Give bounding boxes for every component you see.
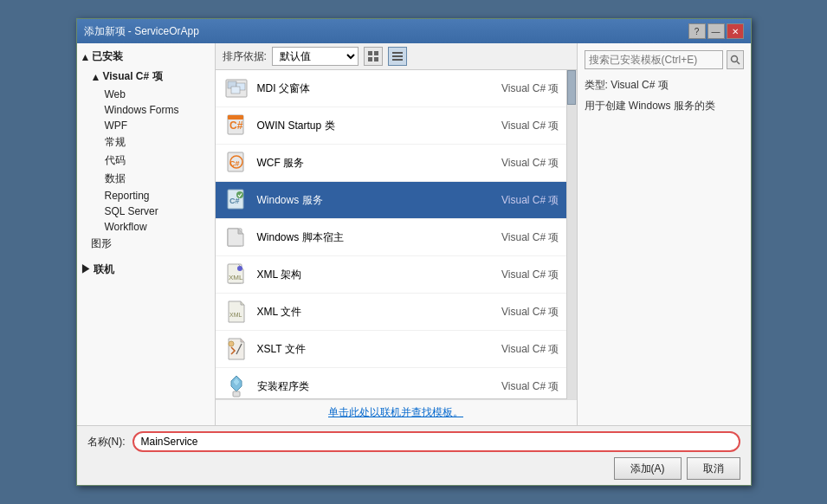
svg-rect-10 (231, 87, 240, 94)
visual-cpp-label: Visual C# 项 (102, 69, 162, 84)
item-icon (223, 223, 250, 251)
item-category: Visual C# 项 (473, 119, 559, 133)
svg-rect-26 (233, 391, 240, 397)
items-scrollbar[interactable] (566, 70, 577, 399)
svg-text:XML: XML (229, 274, 243, 281)
grid-icon (367, 50, 379, 62)
list-view-button[interactable] (388, 47, 407, 66)
items-scroll-container: MDI 父窗体 Visual C# 项 C# OWIN Startup (216, 70, 577, 399)
item-category: Visual C# 项 (473, 230, 559, 245)
lianhe-label: ▶ 联机 (81, 262, 114, 277)
list-item[interactable]: XML XML 架构 Visual C# 项 (216, 256, 566, 294)
xml-file-icon: XML (224, 300, 249, 324)
tree-item-changgui[interactable]: 常规 (77, 133, 215, 152)
item-category: Visual C# 项 (473, 342, 559, 357)
item-icon: C# (223, 186, 250, 214)
item-icon: XML (223, 261, 250, 288)
bottom-area: 名称(N): 添加(A) 取消 (77, 425, 751, 485)
installed-arrow: ▲ (81, 51, 91, 63)
svg-rect-2 (368, 57, 372, 61)
list-item[interactable]: Windows 脚本宿主 Visual C# 项 (216, 219, 566, 256)
tree-item-tutu[interactable]: 图形 (77, 235, 215, 253)
minimize-button[interactable]: — (707, 23, 725, 39)
list-item[interactable]: C# OWIN Startup 类 Visual C# 项 (216, 107, 566, 145)
toolbar: 排序依据: 默认值 名称 类型 (216, 43, 577, 70)
tree-item-web[interactable]: Web (77, 87, 215, 102)
search-button[interactable] (727, 50, 744, 69)
main-window: 添加新项 - ServiceOrApp ? — ✕ ▲ 已安装 ▲ Visual… (76, 18, 752, 486)
svg-text:C#: C# (229, 120, 243, 132)
tree-item-sql[interactable]: SQL Server (77, 204, 215, 219)
name-row: 名称(N): (87, 431, 740, 452)
svg-text:C#: C# (229, 159, 240, 168)
item-icon: XML (223, 298, 250, 326)
add-button[interactable]: 添加(A) (614, 457, 682, 480)
name-input[interactable] (132, 431, 740, 452)
svg-rect-6 (392, 59, 403, 61)
sort-label: 排序依据: (223, 49, 267, 64)
tree-item-windows-forms[interactable]: Windows Forms (77, 102, 215, 118)
item-icon (223, 335, 250, 363)
item-category: Visual C# 项 (473, 156, 559, 171)
item-category: Visual C# 项 (473, 193, 559, 208)
type-description: 用于创建 Windows 服务的类 (585, 98, 744, 113)
list-item[interactable]: 安装程序类 Visual C# 项 (216, 368, 566, 399)
search-input[interactable] (585, 50, 723, 69)
svg-rect-0 (368, 51, 372, 55)
window-title: 添加新项 - ServiceOrApp (84, 24, 199, 39)
item-name: Windows 服务 (257, 193, 466, 208)
help-button[interactable]: ? (688, 23, 706, 39)
svg-point-25 (229, 341, 234, 346)
list-icon (391, 50, 404, 62)
grid-view-button[interactable] (364, 47, 383, 66)
list-item[interactable]: XSLT 文件 Visual C# 项 (216, 331, 566, 368)
xslt-icon (224, 337, 249, 361)
search-row (585, 50, 744, 69)
sort-select[interactable]: 默认值 名称 类型 (272, 47, 359, 66)
mdi-icon (224, 76, 249, 100)
item-name: Windows 脚本宿主 (257, 230, 466, 245)
svg-rect-3 (374, 57, 378, 61)
svg-rect-1 (374, 51, 378, 55)
svg-line-35 (737, 61, 740, 64)
installer-icon (224, 374, 249, 398)
svg-point-19 (236, 191, 243, 198)
online-link[interactable]: 单击此处以联机并查找模板。 (328, 406, 463, 418)
item-name: XML 文件 (257, 305, 466, 320)
name-label: 名称(N): (87, 435, 126, 449)
tree-item-reporting[interactable]: Reporting (77, 188, 215, 204)
item-category: Visual C# 项 (473, 305, 559, 320)
item-icon (223, 74, 250, 102)
middle-panel: 排序依据: 默认值 名称 类型 (216, 43, 578, 425)
svg-rect-5 (392, 55, 403, 57)
window-controls: ? — ✕ (688, 23, 744, 39)
installed-section[interactable]: ▲ 已安装 (77, 47, 215, 67)
item-name: XSLT 文件 (257, 342, 466, 357)
item-icon (223, 372, 250, 399)
visual-cpp-section[interactable]: ▲ Visual C# 项 (77, 67, 215, 87)
visual-cpp-arrow: ▲ (91, 71, 101, 83)
close-button[interactable]: ✕ (727, 23, 744, 39)
lianhe-section[interactable]: ▶ 联机 (77, 260, 215, 280)
tree-item-code[interactable]: 代码 (77, 152, 215, 170)
tree-item-data[interactable]: 数据 (77, 170, 215, 188)
list-item[interactable]: MDI 父窗体 Visual C# 项 (216, 70, 566, 107)
item-category: Visual C# 项 (473, 81, 559, 96)
item-icon: C# (223, 112, 250, 139)
svg-point-23 (237, 266, 242, 271)
installed-label: 已安装 (92, 49, 123, 64)
content-area: ▲ 已安装 ▲ Visual C# 项 Web Windows Forms WP… (77, 43, 751, 425)
script-host-icon (224, 225, 249, 249)
tree-item-wpf[interactable]: WPF (77, 118, 215, 133)
item-name: XML 架构 (257, 268, 466, 282)
type-label: 类型: Visual C# 项 (585, 78, 744, 93)
right-panel: 类型: Visual C# 项 用于创建 Windows 服务的类 (578, 43, 751, 425)
list-item[interactable]: C# Windows 服务 Visual C# 项 (216, 182, 566, 219)
list-item[interactable]: C# WCF 服务 Visual C# 项 (216, 145, 566, 182)
svg-text:C#: C# (229, 197, 240, 205)
tree-item-workflow[interactable]: Workflow (77, 219, 215, 235)
item-name: OWIN Startup 类 (257, 119, 466, 133)
windows-service-icon: C# (224, 188, 249, 212)
list-item[interactable]: XML XML 文件 Visual C# 项 (216, 294, 566, 331)
cancel-button[interactable]: 取消 (687, 457, 740, 480)
